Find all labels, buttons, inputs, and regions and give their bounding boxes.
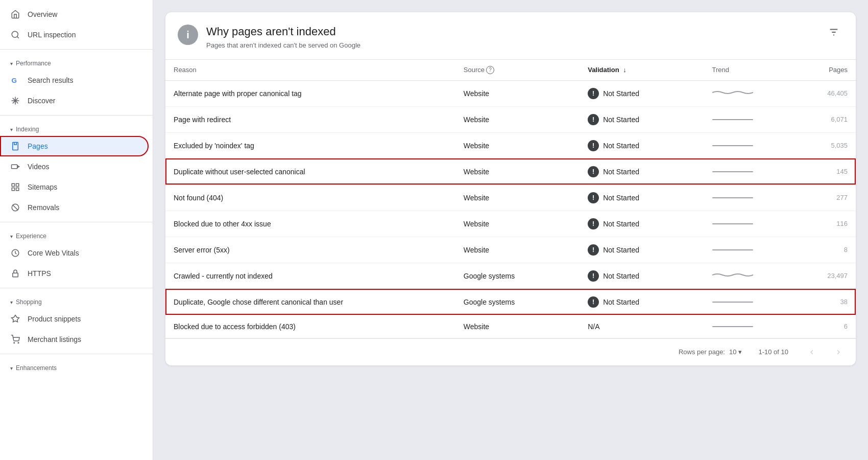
google-g-icon: G (10, 75, 20, 85)
table-row[interactable]: Not found (404)Website!Not Started277 (165, 185, 856, 211)
reason-cell: Page with redirect (165, 106, 455, 132)
validation-cell: !Not Started (580, 237, 704, 263)
chevron-down-icon: ▾ (10, 365, 13, 371)
rows-dropdown-icon: ▾ (738, 348, 742, 356)
svg-point-19 (14, 342, 15, 343)
sidebar-item-search-results[interactable]: G Search results (0, 70, 149, 90)
trend-cell (704, 185, 801, 211)
table-row[interactable]: Duplicate, Google chose different canoni… (165, 289, 856, 315)
source-cell: Website (455, 158, 580, 185)
col-trend: Trend (704, 59, 801, 80)
trend-line (712, 249, 753, 250)
table-row[interactable]: Blocked due to access forbidden (403)Web… (165, 315, 856, 338)
sidebar-item-pages[interactable]: Pages (0, 136, 149, 156)
validation-label: Not Started (603, 298, 639, 306)
not-started-icon: ! (588, 192, 599, 203)
chevron-down-icon: ▾ (10, 234, 13, 239)
table-row[interactable]: Excluded by 'noindex' tagWebsite!Not Sta… (165, 132, 856, 158)
chevron-down-icon: ▾ (10, 127, 13, 132)
not-started-icon: ! (588, 166, 599, 177)
table-row[interactable]: Duplicate without user-selected canonica… (165, 158, 856, 185)
pages-cell: 23,497 (801, 263, 856, 289)
sidebar-item-removals[interactable]: Removals (0, 197, 149, 218)
pages-cell: 277 (801, 185, 856, 211)
trend-cell (704, 106, 801, 132)
svg-rect-7 (13, 143, 18, 150)
svg-rect-13 (16, 188, 19, 191)
trend-cell (704, 158, 801, 185)
source-cell: Google systems (455, 263, 580, 289)
chevron-down-icon: ▾ (10, 61, 13, 66)
sidebar-item-core-web-vitals[interactable]: Core Web Vitals (0, 243, 149, 263)
sidebar-item-label: Search results (28, 76, 73, 84)
validation-cell: !Not Started (580, 211, 704, 237)
filter-icon[interactable] (826, 25, 841, 42)
pagination-prev-button[interactable] (805, 345, 819, 359)
sidebar-section-enhancements: ▾ Enhancements (0, 358, 153, 375)
pages-icon (10, 141, 20, 151)
sidebar: Overview URL inspection ▾ Performance G … (0, 0, 153, 460)
sidebar-section-experience: ▾ Experience (0, 226, 153, 243)
source-cell: Website (455, 185, 580, 211)
sidebar-section-shopping: ▾ Shopping (0, 292, 153, 309)
sidebar-item-label: HTTPS (28, 269, 51, 278)
product-snippets-icon (10, 314, 20, 324)
card-header-left: i Why pages aren't indexed Pages that ar… (178, 25, 360, 49)
source-cell: Website (455, 211, 580, 237)
svg-text:G: G (12, 77, 17, 84)
validation-cell: !Not Started (580, 158, 704, 185)
table-row[interactable]: Server error (5xx)Website!Not Started8 (165, 237, 856, 263)
trend-cell (704, 132, 801, 158)
not-started-icon: ! (588, 296, 599, 308)
rows-per-page-value: 10 (729, 348, 736, 356)
not-started-icon: ! (588, 140, 599, 151)
sidebar-item-label: Sitemaps (28, 183, 57, 191)
card-header: i Why pages aren't indexed Pages that ar… (165, 12, 856, 59)
table-row[interactable]: Blocked due to other 4xx issueWebsite!No… (165, 211, 856, 237)
sidebar-item-https[interactable]: HTTPS (0, 263, 149, 284)
reason-cell: Crawled - currently not indexed (165, 263, 455, 289)
svg-marker-9 (17, 166, 19, 168)
source-cell: Website (455, 132, 580, 158)
validation-label: Not Started (603, 89, 639, 98)
svg-rect-8 (12, 165, 17, 169)
sidebar-item-url-inspection[interactable]: URL inspection (0, 25, 149, 45)
col-validation[interactable]: Validation ↓ (580, 59, 704, 80)
source-cell: Website (455, 315, 580, 338)
table-row[interactable]: Alternate page with proper canonical tag… (165, 80, 856, 106)
sidebar-item-label: URL inspection (28, 31, 76, 39)
svg-line-15 (13, 205, 18, 211)
rows-per-page-select[interactable]: 10 ▾ (729, 348, 742, 356)
source-cell: Website (455, 237, 580, 263)
trend-line (712, 145, 753, 146)
search-icon (10, 30, 20, 40)
sidebar-item-videos[interactable]: Videos (0, 156, 149, 177)
source-help-icon[interactable]: ? (486, 66, 494, 74)
sidebar-item-label: Discover (28, 97, 55, 105)
table-row[interactable]: Page with redirectWebsite!Not Started6,0… (165, 106, 856, 132)
validation-cell: !Not Started (580, 132, 704, 158)
not-started-icon: ! (588, 218, 599, 229)
col-reason: Reason (165, 59, 455, 80)
pages-cell: 6,071 (801, 106, 856, 132)
table-row[interactable]: Crawled - currently not indexedGoogle sy… (165, 263, 856, 289)
sidebar-item-merchant-listings[interactable]: Merchant listings (0, 329, 149, 350)
not-started-icon: ! (588, 270, 599, 282)
svg-line-1 (17, 36, 18, 38)
sidebar-item-sitemaps[interactable]: Sitemaps (0, 177, 149, 197)
validation-cell: N/A (580, 315, 704, 338)
main-content: i Why pages aren't indexed Pages that ar… (153, 0, 868, 460)
why-not-indexed-card: i Why pages aren't indexed Pages that ar… (165, 12, 856, 365)
source-cell: Website (455, 106, 580, 132)
trend-cell (704, 80, 801, 106)
reason-cell: Server error (5xx) (165, 237, 455, 263)
sidebar-item-label: Product snippets (28, 315, 81, 323)
pagination-next-button[interactable] (831, 345, 846, 359)
trend-cell (704, 237, 801, 263)
sidebar-item-discover[interactable]: Discover (0, 90, 149, 111)
sidebar-item-overview[interactable]: Overview (0, 4, 149, 25)
sitemaps-icon (10, 182, 20, 192)
trend-line (712, 119, 753, 120)
sidebar-item-product-snippets[interactable]: Product snippets (0, 309, 149, 329)
card-title: Why pages aren't indexed (206, 25, 360, 39)
